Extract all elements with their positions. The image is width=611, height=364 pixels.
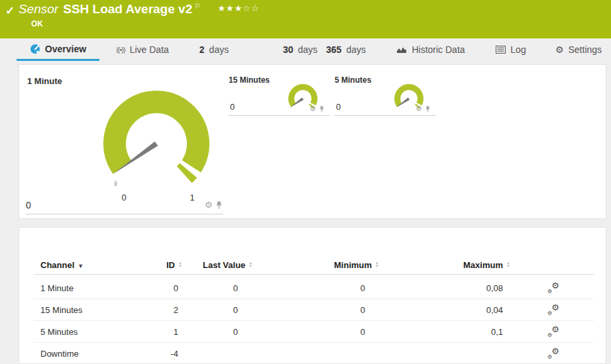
column-header-channel[interactable]: Channel▼: [40, 260, 83, 270]
tab-log[interactable]: Log: [493, 38, 529, 61]
secondary-gauge-value: 0: [336, 102, 341, 112]
table-row[interactable]: 5 Minutes 1 0 0 0,1 ⚙⚙: [34, 321, 594, 343]
tab-historic-data[interactable]: Historic Data: [394, 38, 468, 61]
cell-maximum: 0,1: [450, 327, 503, 337]
average-marker: x̄: [114, 180, 117, 187]
prtg-sensor-page: { "colors": {"brand_green":"#a8bd10","ga…: [0, 0, 611, 364]
status-badge: OK: [31, 19, 43, 28]
column-header-maximum[interactable]: Maximum▲▼: [463, 260, 510, 270]
column-header-minimum-label: Minimum: [334, 260, 372, 270]
log-list-icon: [496, 46, 506, 54]
gear-icon[interactable]: ⚙: [309, 105, 316, 113]
cell-minimum: 0: [325, 305, 365, 315]
cell-channel[interactable]: 15 Minutes: [40, 305, 83, 315]
channel-table-card: Channel▼ ID▲▼ Last Value▲▼ Minimum▲▼ Max…: [19, 227, 606, 364]
secondary-panel-actions: ⚙: [416, 105, 431, 113]
gauge-scale-max: 1: [186, 193, 199, 203]
sort-desc-icon: ▼: [78, 263, 83, 269]
tab-settings[interactable]: ⚙ Settings: [554, 38, 603, 61]
gear-icon: ⚙: [551, 324, 559, 334]
tab-overview-label: Overview: [45, 44, 86, 54]
sort-icon: ▲▼: [178, 261, 182, 268]
priority-stars[interactable]: ★★★☆☆: [217, 3, 259, 13]
area-chart-icon: [396, 46, 407, 54]
secondary-gauge-title: 5 Minutes: [335, 75, 371, 85]
tab-2-days[interactable]: 2 days: [194, 38, 234, 61]
column-header-channel-label: Channel: [40, 260, 74, 270]
cell-channel[interactable]: 1 Minute: [40, 283, 74, 293]
channel-settings-button[interactable]: ⚙⚙: [547, 326, 559, 339]
cell-last-value: 0: [198, 305, 238, 315]
tab-settings-label: Settings: [568, 44, 602, 55]
status-check-icon: ✓: [5, 4, 15, 18]
gear-icon: ⚙: [551, 281, 559, 291]
panel-divider: [229, 115, 330, 116]
cell-id: 2: [139, 305, 178, 315]
table-row[interactable]: 15 Minutes 2 0 0 0,04 ⚙⚙: [34, 299, 594, 321]
column-header-last-value[interactable]: Last Value▲▼: [203, 260, 252, 270]
cell-maximum: 0,04: [450, 305, 503, 315]
tab-live-data-label: Live Data: [130, 44, 169, 55]
primary-gauge-chart: [100, 79, 219, 192]
tab-30-days[interactable]: 30 days: [279, 38, 321, 61]
tab-overview[interactable]: Overview: [17, 38, 99, 61]
column-header-minimum[interactable]: Minimum▲▼: [334, 260, 379, 270]
cell-last-value: 0: [198, 327, 238, 337]
secondary-gauge-value: 0: [230, 102, 235, 112]
gear-icon: ⚙: [555, 44, 564, 55]
channel-settings-button[interactable]: ⚙⚙: [547, 304, 559, 317]
live-data-icon: ((•)): [116, 46, 125, 54]
column-header-last-value-label: Last Value: [203, 260, 245, 270]
tab-365-days[interactable]: 365 days: [323, 38, 369, 61]
gear-icon: ⚙: [547, 289, 552, 295]
gauge-scale-min: 0: [117, 193, 131, 203]
table-row[interactable]: 1 Minute 0 0 0 0,08 ⚙⚙: [34, 277, 594, 299]
channel-settings-button[interactable]: ⚙⚙: [547, 283, 559, 295]
cell-channel[interactable]: Downtime: [40, 349, 79, 359]
panel-divider: [25, 214, 223, 214]
stars-empty[interactable]: ☆☆: [243, 3, 259, 13]
gear-icon: ⚙: [547, 354, 552, 360]
column-header-id-label: ID: [166, 260, 175, 270]
gauge-icon: [30, 44, 40, 54]
cell-id: -4: [139, 349, 178, 359]
panel-divider: [335, 115, 436, 116]
page-title: SSH Load Average v2: [63, 2, 192, 16]
sort-icon: ▲▼: [249, 261, 252, 268]
pin-icon[interactable]: [425, 106, 431, 113]
pin-icon[interactable]: [215, 201, 223, 209]
table-header-divider: [34, 274, 594, 275]
sensor-titlebar: ✓ SensorSSH Load Average v2⚐ ★★★☆☆ OK: [0, 0, 611, 38]
gear-icon: ⚙: [547, 332, 552, 338]
cell-maximum: 0,08: [450, 283, 503, 293]
gear-icon[interactable]: ⚙: [416, 105, 422, 113]
channel-settings-button[interactable]: ⚙⚙: [547, 348, 559, 361]
table-row[interactable]: Downtime -4 ⚙⚙: [34, 343, 594, 364]
tab-historic-data-label: Historic Data: [412, 44, 465, 55]
overview-gauges-card: 1 Minute x̄ 0 1 0 ⚙ 15 Minutes 0 ⚙ 5 Min…: [19, 64, 606, 219]
cell-channel[interactable]: 5 Minutes: [40, 327, 78, 337]
priority-flag-icon[interactable]: ⚐: [194, 2, 201, 10]
gear-icon: ⚙: [547, 310, 552, 316]
cell-minimum: 0: [325, 327, 365, 337]
sort-icon: ▲▼: [506, 261, 510, 268]
gear-icon[interactable]: ⚙: [205, 201, 213, 209]
object-kind-label: Sensor: [19, 2, 58, 16]
column-header-maximum-label: Maximum: [463, 260, 503, 270]
tab-30-days-number: 30: [283, 44, 294, 55]
column-header-id[interactable]: ID▲▼: [166, 260, 182, 270]
tab-live-data[interactable]: ((•)) Live Data: [111, 38, 174, 61]
primary-panel-actions: ⚙: [205, 201, 223, 209]
gear-icon: ⚙: [551, 346, 559, 356]
cell-last-value: 0: [198, 283, 238, 293]
gear-icon: ⚙: [551, 302, 559, 312]
tab-365-days-unit: days: [346, 44, 366, 55]
tab-30-days-unit: days: [298, 44, 318, 55]
tab-2-days-number: 2: [199, 44, 205, 55]
stars-filled[interactable]: ★★★: [217, 3, 243, 13]
secondary-panel-actions: ⚙: [309, 105, 325, 113]
primary-gauge-value: 0: [26, 200, 31, 210]
tab-365-days-number: 365: [326, 44, 341, 55]
cell-id: 1: [139, 327, 178, 337]
pin-icon[interactable]: [319, 106, 325, 113]
